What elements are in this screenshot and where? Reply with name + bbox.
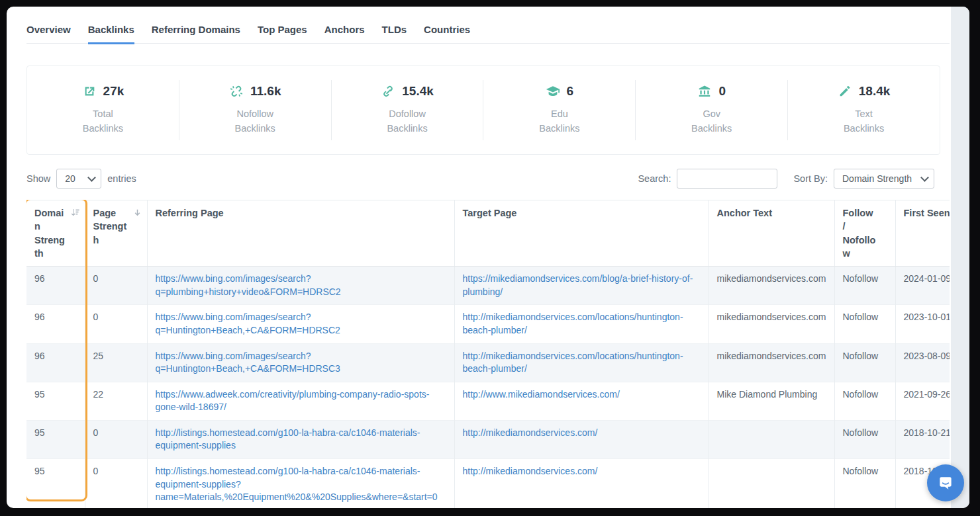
tab-referring-domains[interactable]: Referring Domains: [152, 24, 240, 43]
search-input[interactable]: [677, 169, 777, 189]
sort-by-select[interactable]: Domain Strength: [834, 169, 934, 189]
stat-text-backlinks: 18.4kTextBacklinks: [788, 80, 940, 140]
cell-target-page-link[interactable]: http://www.mikediamondservices.com/: [463, 389, 620, 400]
cell-domain-strength: 95: [26, 459, 85, 508]
stat-gov-backlinks: 0GovBacklinks: [636, 80, 788, 140]
entries-select[interactable]: 20: [56, 169, 101, 189]
cell-referring-page: http://listings.homestead.com/g100-la-ha…: [147, 420, 454, 458]
tab-backlinks[interactable]: Backlinks: [88, 24, 134, 44]
chat-launcher-button[interactable]: [927, 464, 964, 501]
column-label: Page Strength: [93, 208, 127, 245]
stat-edu-backlinks: 6EduBacklinks: [483, 80, 636, 140]
cell-referring-page-link[interactable]: http://listings.homestead.com/g100-la-ha…: [156, 427, 420, 451]
cell-follow-nofollow: Nofollow: [834, 420, 895, 458]
stat-total-backlinks: 27kTotalBacklinks: [27, 80, 179, 140]
cell-target-page: http://www.mikediamondservices.com/: [454, 382, 709, 420]
sort-amount-icon[interactable]: [70, 208, 80, 218]
stat-nofollow-backlinks: 11.6kNofollowBacklinks: [179, 80, 332, 140]
column-header-anchor-text[interactable]: Anchor Text: [709, 200, 834, 266]
cell-target-page-link[interactable]: http://mikediamondservices.com/: [463, 427, 598, 438]
column-label: First Seen: [904, 208, 950, 218]
link-icon: [381, 84, 395, 99]
cell-referring-page-link[interactable]: http://listings.homestead.com/g100-la-ha…: [156, 466, 438, 502]
tab-tlds[interactable]: TLDs: [382, 24, 407, 43]
stat-value: 18.4k: [859, 84, 891, 99]
tab-anchors[interactable]: Anchors: [324, 24, 365, 43]
stat-value: 27k: [103, 84, 124, 99]
column-label: Follow / Nofollow: [843, 208, 876, 259]
search-sort-group: Search: Sort By: Domain Strength: [638, 169, 940, 189]
cell-referring-page-link[interactable]: https://www.adweek.com/creativity/plumbi…: [156, 389, 430, 413]
table-row: 950http://listings.homestead.com/g100-la…: [26, 459, 950, 508]
cell-target-page-link[interactable]: http://mikediamondservices.com/locations…: [463, 312, 683, 335]
arrow-down-icon[interactable]: [132, 208, 142, 218]
cell-referring-page: https://www.bing.com/images/search?q=Hun…: [147, 305, 454, 343]
cell-page-strength: 0: [85, 305, 147, 343]
cell-target-page: http://mikediamondservices.com/: [454, 459, 709, 508]
cell-page-strength: 25: [85, 343, 147, 382]
bank-icon: [697, 84, 712, 99]
backlinks-table: Domain StrengthPage StrengthReferring Pa…: [26, 200, 950, 508]
cell-domain-strength: 95: [26, 382, 85, 420]
table-row: 9625https://www.bing.com/images/search?q…: [26, 343, 950, 382]
cell-page-strength: 0: [85, 267, 147, 305]
cell-referring-page-link[interactable]: https://www.bing.com/images/search?q=Hun…: [156, 312, 340, 335]
column-header-referring-page[interactable]: Referring Page: [147, 200, 454, 266]
stat-label: TotalBacklinks: [27, 107, 179, 136]
tab-overview[interactable]: Overview: [26, 24, 71, 43]
cell-page-strength: 22: [85, 382, 147, 420]
cell-follow-nofollow: Nofollow: [834, 267, 895, 305]
stat-label: NofollowBacklinks: [179, 107, 331, 136]
cell-target-page-link[interactable]: https://mikediamondservices.com/blog/a-b…: [463, 273, 693, 297]
cell-domain-strength: 96: [26, 305, 85, 343]
cell-target-page: http://mikediamondservices.com/: [454, 420, 709, 458]
cell-first-seen: 2018-10-21: [895, 420, 950, 458]
sort-by-label: Sort By:: [793, 173, 828, 184]
stat-label: DofollowBacklinks: [332, 107, 483, 136]
cell-referring-page: https://www.adweek.com/creativity/plumbi…: [147, 382, 454, 420]
cell-referring-page-link[interactable]: https://www.bing.com/images/search?q=plu…: [156, 273, 341, 297]
cell-referring-page-link[interactable]: https://www.bing.com/images/search?q=Hun…: [156, 351, 340, 374]
cell-follow-nofollow: Nofollow: [834, 459, 895, 508]
column-header-domain-strength[interactable]: Domain Strength: [26, 200, 85, 266]
tab-top-pages[interactable]: Top Pages: [258, 24, 307, 43]
cell-first-seen: 2023-10-01: [895, 305, 950, 343]
cell-anchor-text: mikediamondservices.com: [709, 343, 834, 382]
column-header-target-page[interactable]: Target Page: [454, 200, 709, 266]
entries-label: entries: [107, 173, 136, 184]
stat-value: 15.4k: [402, 84, 434, 99]
cell-page-strength: 0: [85, 459, 147, 508]
cell-follow-nofollow: Nofollow: [834, 305, 895, 343]
table-row: 950http://listings.homestead.com/g100-la…: [26, 420, 950, 458]
broken-link-icon: [229, 84, 244, 99]
cell-domain-strength: 96: [26, 267, 85, 305]
table-row: 960https://www.bing.com/images/search?q=…: [26, 267, 950, 305]
cell-referring-page: http://listings.homestead.com/g100-la-ha…: [147, 459, 454, 508]
cell-first-seen: 2021-09-26: [895, 382, 950, 420]
app-window: OverviewBacklinksReferring DomainsTop Pa…: [7, 7, 969, 508]
cell-follow-nofollow: Nofollow: [834, 343, 895, 382]
column-label: Domain Strength: [34, 208, 65, 259]
stat-value: 0: [718, 84, 726, 99]
cell-follow-nofollow: Nofollow: [834, 382, 895, 420]
stat-value: 6: [567, 84, 574, 99]
external-link-icon: [82, 84, 97, 99]
cell-target-page: http://mikediamondservices.com/locations…: [454, 343, 709, 382]
column-header-page-strength[interactable]: Page Strength: [85, 200, 147, 266]
column-header-first-seen[interactable]: First Seen: [895, 200, 950, 266]
column-label: Referring Page: [156, 208, 224, 218]
cell-target-page: http://mikediamondservices.com/locations…: [454, 305, 709, 343]
graduation-cap-icon: [546, 84, 560, 99]
cell-first-seen: 2024-01-09: [895, 267, 950, 305]
cell-target-page-link[interactable]: http://mikediamondservices.com/: [463, 466, 598, 476]
page-right-gutter: [951, 7, 969, 508]
cell-target-page-link[interactable]: http://mikediamondservices.com/locations…: [463, 351, 683, 374]
table-controls: Show 20 entries Search: Sort By: Domain …: [26, 169, 940, 189]
column-header-follow-nofollow[interactable]: Follow / Nofollow: [834, 200, 895, 266]
cell-first-seen: 2023-08-09: [895, 343, 950, 382]
cell-anchor-text: Mike Diamond Plumbing: [709, 382, 834, 420]
pencil-icon: [838, 84, 852, 99]
stat-value: 11.6k: [250, 84, 281, 99]
stat-label: EduBacklinks: [483, 107, 635, 136]
tab-countries[interactable]: Countries: [424, 24, 470, 43]
